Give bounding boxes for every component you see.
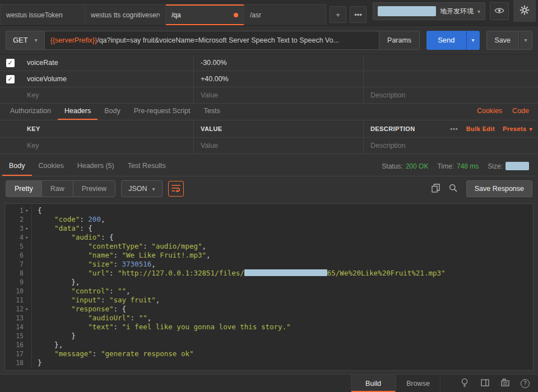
tab-body[interactable]: Body (98, 107, 127, 120)
search-button[interactable] (449, 184, 457, 194)
response-toolbar: Pretty Raw Preview JSON ▾ Save (0, 176, 538, 201)
line-number: 9 (10, 278, 24, 287)
code-line: 3▾ "data": { (5, 224, 533, 233)
param-key-input[interactable]: Key (20, 87, 193, 103)
wrap-lines-button[interactable] (168, 181, 184, 197)
line-number-gutter: 13 (5, 314, 32, 323)
param-value[interactable]: +40.00% (193, 71, 363, 87)
code-line: 1▾{ (5, 206, 533, 215)
send-button[interactable]: Send (426, 31, 466, 50)
param-description[interactable] (363, 71, 538, 87)
param-value[interactable]: -30.00% (193, 55, 363, 71)
save-button[interactable]: Save (486, 31, 520, 50)
line-number: 18 (10, 358, 24, 367)
send-options-button[interactable]: ▾ (466, 31, 480, 50)
response-tab-cookies[interactable]: Cookies (32, 162, 71, 176)
tab-label: westus tts cognitiveservic (91, 11, 160, 19)
view-mode-raw[interactable]: Raw (42, 181, 73, 197)
tab-authorization[interactable]: Authorization (3, 107, 58, 120)
line-number: 6 (10, 251, 24, 260)
tab-pre-request-script[interactable]: Pre-request Script (127, 107, 197, 120)
header-value-input[interactable]: Value (193, 138, 363, 153)
view-mode-preview[interactable]: Preview (73, 181, 115, 197)
request-tab-asr[interactable]: /asr (244, 4, 326, 25)
chevron-down-icon: ▾ (152, 186, 155, 192)
param-checkbox[interactable]: ✓ (6, 75, 15, 83)
console-icon (501, 379, 509, 388)
request-links: Cookies Code (471, 107, 535, 120)
bulk-edit-link[interactable]: Bulk Edit (466, 125, 495, 132)
code-line: 13 "audioUrl": "", (5, 314, 533, 323)
format-dropdown[interactable]: JSON ▾ (121, 180, 162, 197)
tab-headers[interactable]: Headers (58, 107, 98, 120)
code-line: 7 "size": 3730516, (5, 260, 533, 269)
fold-toggle-icon[interactable]: ▾ (24, 233, 31, 242)
copy-button[interactable] (432, 184, 440, 194)
response-tab-test-results[interactable]: Test Results (121, 162, 173, 176)
param-checkbox[interactable]: ✓ (6, 59, 15, 67)
help-icon: ? (521, 379, 530, 388)
param-value-input[interactable]: Value (193, 87, 363, 103)
fold-toggle-icon[interactable]: ▾ (24, 206, 31, 215)
two-pane-button[interactable] (476, 375, 493, 392)
settings-button[interactable] (513, 0, 536, 22)
tab-tests[interactable]: Tests (197, 107, 226, 120)
cookies-link[interactable]: Cookies (477, 107, 502, 115)
code-content: "audio": { (32, 233, 113, 242)
request-tab-qa[interactable]: /qa (166, 4, 244, 25)
response-tab-body[interactable]: Body (2, 162, 32, 176)
check-icon: ✓ (7, 60, 12, 66)
line-number: 10 (10, 287, 24, 296)
line-number-gutter: 2 (5, 215, 32, 224)
console-button[interactable] (497, 375, 513, 392)
code-content: "size": 3730516, (32, 260, 156, 269)
response-tab-headers[interactable]: Headers (5) (71, 162, 121, 176)
code-link[interactable]: Code (512, 107, 529, 115)
chevron-down-icon: ▾ (471, 37, 474, 43)
param-description[interactable] (363, 55, 538, 71)
presets-label: Presets (503, 125, 527, 132)
fold-toggle-icon[interactable]: ▾ (24, 305, 31, 314)
param-row: ✓ voiceRate -30.00% (0, 55, 538, 71)
params-button[interactable]: Params (379, 31, 420, 50)
help-button[interactable]: ? (517, 375, 534, 392)
request-tab-westus-tts[interactable]: westus tts cognitiveservic (85, 4, 166, 25)
fold-toggle-icon[interactable]: ▾ (24, 224, 31, 233)
browse-tab[interactable]: Browse (396, 375, 440, 392)
code-content: "response": { (32, 305, 126, 314)
line-number: 3 (10, 224, 24, 233)
save-options-button[interactable]: ▾ (519, 31, 532, 50)
code-content: { (32, 206, 42, 215)
param-description-input[interactable]: Description (363, 87, 538, 103)
save-response-button[interactable]: Save Response (466, 180, 532, 197)
statusbar-icons: ? (456, 375, 538, 392)
code-content: "control": "", (32, 287, 131, 296)
view-mode-pretty[interactable]: Pretty (6, 181, 42, 197)
redaction-box (378, 6, 436, 16)
check-icon: ✓ (7, 76, 12, 82)
request-tab-westus-issuetoken[interactable]: westus issueToken (0, 4, 85, 25)
code-line: 9 }, (5, 278, 533, 287)
param-key[interactable]: voiceVolume (20, 71, 193, 87)
header-key-input[interactable]: Key (20, 138, 193, 153)
method-label: GET (13, 36, 28, 44)
environment-preview-button[interactable] (490, 2, 509, 20)
wrap-lines-icon (171, 184, 180, 194)
header-description-input[interactable]: Description (363, 138, 538, 153)
bootcamp-button[interactable] (456, 375, 473, 392)
presets-dropdown[interactable]: Presets ▾ (503, 125, 532, 132)
code-line: 8 "url": "http://127.0.0.1:32851/files/6… (5, 269, 533, 278)
time-value: 748 ms (457, 162, 479, 170)
method-dropdown[interactable]: GET ▾ (6, 31, 45, 50)
new-tab-button[interactable]: + (330, 6, 346, 23)
param-key[interactable]: voiceRate (20, 55, 193, 71)
more-options-button[interactable]: ••• (450, 125, 458, 132)
line-number-gutter: 16 (5, 340, 32, 349)
tab-options-button[interactable]: ••• (350, 6, 367, 23)
environment-selector[interactable]: 地开发环境 ▾ (373, 2, 485, 20)
response-body-code[interactable]: 1▾{2 "code": 200,3▾ "data": {4▾ "audio":… (4, 203, 534, 371)
line-number-gutter: 3▾ (5, 224, 32, 233)
lightbulb-icon (461, 378, 468, 389)
url-input[interactable]: {{serverPrefix}}/qa?input=say fruit&voic… (45, 31, 379, 50)
build-tab[interactable]: Build (351, 375, 396, 392)
